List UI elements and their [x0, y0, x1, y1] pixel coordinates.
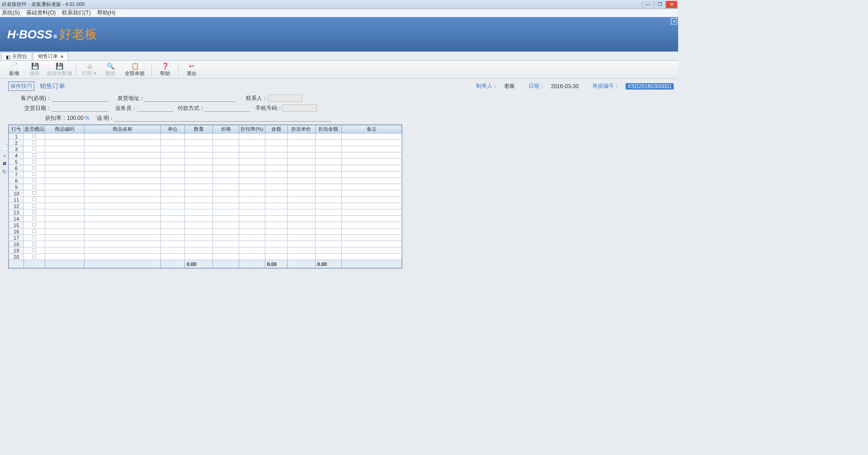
cell[interactable]	[315, 222, 341, 228]
table-row[interactable]: 4	[9, 152, 402, 159]
cell[interactable]	[24, 203, 45, 209]
cell[interactable]	[160, 197, 184, 203]
cell[interactable]	[287, 222, 315, 228]
cell[interactable]	[341, 190, 401, 197]
cell[interactable]	[45, 152, 85, 159]
cell[interactable]	[160, 171, 184, 178]
cell[interactable]	[315, 184, 341, 190]
cell[interactable]: 5	[9, 159, 24, 165]
salesman-input[interactable]	[137, 104, 173, 112]
cell[interactable]	[265, 159, 287, 165]
cell[interactable]	[265, 254, 287, 260]
cell[interactable]	[287, 133, 315, 140]
col-header[interactable]: 单位	[160, 125, 184, 133]
cell[interactable]	[24, 190, 45, 197]
table-row[interactable]: 16	[9, 228, 402, 235]
cell[interactable]	[84, 209, 160, 216]
cell[interactable]	[213, 235, 239, 241]
cell[interactable]	[84, 152, 160, 159]
cell[interactable]	[24, 184, 45, 190]
cell[interactable]	[341, 228, 401, 235]
cell[interactable]	[239, 235, 265, 241]
cell[interactable]	[213, 165, 239, 171]
cell[interactable]	[239, 140, 265, 146]
col-header[interactable]: 商品编码	[45, 125, 85, 133]
cell[interactable]	[265, 171, 287, 178]
cell[interactable]	[239, 178, 265, 184]
cell[interactable]: 15	[9, 222, 24, 228]
cell[interactable]	[287, 190, 315, 197]
cell[interactable]	[160, 165, 184, 171]
table-row[interactable]: 1	[9, 133, 402, 140]
cell[interactable]	[315, 241, 341, 247]
cell[interactable]	[84, 140, 160, 146]
cell[interactable]	[184, 209, 212, 216]
cell[interactable]	[341, 146, 401, 152]
tab-0[interactable]: ◧主控台	[1, 52, 32, 60]
cell[interactable]	[265, 197, 287, 203]
cell[interactable]	[184, 178, 212, 184]
cell[interactable]	[213, 184, 239, 190]
cell[interactable]	[213, 222, 239, 228]
cell[interactable]	[84, 165, 160, 171]
cell[interactable]	[160, 152, 184, 159]
cell[interactable]	[84, 203, 160, 209]
cell[interactable]	[213, 241, 239, 247]
cell[interactable]	[265, 203, 287, 209]
table-row[interactable]: 5	[9, 159, 402, 165]
cell[interactable]	[341, 254, 401, 260]
cell[interactable]	[184, 254, 212, 260]
cell[interactable]	[160, 159, 184, 165]
cell[interactable]: 8	[9, 178, 24, 184]
cell[interactable]	[45, 247, 85, 254]
cell[interactable]	[341, 171, 401, 178]
col-header[interactable]: 备注	[341, 125, 401, 133]
cell[interactable]	[184, 152, 212, 159]
cell[interactable]	[315, 197, 341, 203]
cell[interactable]: 7	[9, 171, 24, 178]
cell[interactable]	[265, 133, 287, 140]
cell[interactable]	[160, 247, 184, 254]
contact-input[interactable]	[268, 95, 302, 102]
cell[interactable]	[239, 203, 265, 209]
cell[interactable]	[24, 146, 45, 152]
col-header[interactable]: 折后单价	[287, 125, 315, 133]
cell[interactable]	[184, 146, 212, 152]
cell[interactable]	[45, 184, 85, 190]
cell[interactable]	[184, 228, 212, 235]
cell[interactable]	[265, 228, 287, 235]
cell[interactable]	[184, 171, 212, 178]
cell[interactable]	[24, 222, 45, 228]
cell[interactable]	[45, 146, 85, 152]
cell[interactable]	[24, 235, 45, 241]
cell[interactable]	[265, 190, 287, 197]
cell[interactable]	[184, 216, 212, 222]
cell[interactable]	[287, 216, 315, 222]
table-row[interactable]: 17	[9, 235, 402, 241]
cell[interactable]	[184, 241, 212, 247]
table-row[interactable]: 12	[9, 203, 402, 209]
remark-input[interactable]	[114, 114, 331, 122]
cell[interactable]	[184, 247, 212, 254]
cell[interactable]	[265, 216, 287, 222]
cell[interactable]	[315, 247, 341, 254]
cell[interactable]: 3	[9, 146, 24, 152]
cell[interactable]	[45, 178, 85, 184]
table-row[interactable]: 2	[9, 140, 402, 146]
cell[interactable]	[239, 146, 265, 152]
cell[interactable]	[84, 146, 160, 152]
cell[interactable]	[341, 197, 401, 203]
cell[interactable]	[213, 247, 239, 254]
col-header[interactable]: 是否赠品	[24, 125, 45, 133]
cell[interactable]	[315, 146, 341, 152]
table-row[interactable]: 15	[9, 222, 402, 228]
cell[interactable]	[184, 203, 212, 209]
cell[interactable]	[184, 140, 212, 146]
row-action-3[interactable]: ↻	[1, 169, 8, 175]
cell[interactable]	[24, 228, 45, 235]
cell[interactable]	[239, 159, 265, 165]
cell[interactable]	[160, 209, 184, 216]
cell[interactable]	[160, 216, 184, 222]
cell[interactable]	[184, 190, 212, 197]
delivery-date-input[interactable]	[52, 104, 108, 112]
